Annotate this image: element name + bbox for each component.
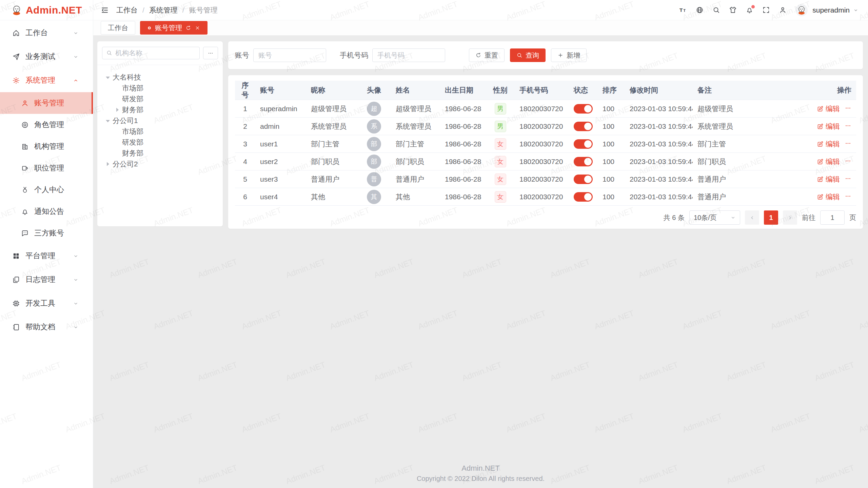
- tree-node[interactable]: 财务部: [97, 104, 223, 115]
- breadcrumb-item[interactable]: 系统管理: [149, 5, 178, 15]
- page-size-value: 10条/页: [694, 213, 717, 222]
- collapse-sidebar-icon[interactable]: [101, 6, 109, 14]
- prev-page-button[interactable]: [745, 210, 759, 225]
- status-toggle[interactable]: [574, 139, 593, 149]
- reset-button[interactable]: 重置: [469, 48, 505, 62]
- add-button[interactable]: 新增: [551, 48, 587, 62]
- status-toggle[interactable]: [574, 104, 593, 114]
- cell-phone: 18020030720: [515, 170, 569, 188]
- sidebar-item-account-mgmt[interactable]: 账号管理: [0, 92, 93, 114]
- chevron-right-icon: [787, 215, 793, 221]
- page-size-select[interactable]: 10条/页: [689, 210, 740, 225]
- sidebar-item-platform-mgmt[interactable]: 平台管理: [0, 244, 93, 268]
- tab-workbench[interactable]: 工作台: [101, 21, 135, 35]
- gender-badge: 女: [495, 156, 506, 167]
- navbar-actions: TT superadmin: [679, 4, 859, 16]
- caret-down-icon[interactable]: [105, 75, 111, 80]
- chevron-down-icon: [73, 324, 79, 330]
- tab-account-mgmt[interactable]: 账号管理: [140, 21, 208, 35]
- sidebar-item-personal-center[interactable]: 个人中心: [0, 179, 93, 201]
- sidebar-item-help-docs[interactable]: 帮助文档: [0, 315, 93, 339]
- tree-node-label: 分公司1: [113, 116, 138, 125]
- row-more-button[interactable]: [845, 158, 851, 165]
- sidebar-item-role-mgmt[interactable]: 角色管理: [0, 114, 93, 136]
- tree-node[interactable]: 财务部: [97, 148, 223, 159]
- cell-account: user2: [255, 153, 306, 170]
- caret-right-icon[interactable]: [115, 107, 120, 113]
- edit-icon: [817, 194, 824, 200]
- notification-bell-icon[interactable]: [746, 6, 753, 14]
- row-more-button[interactable]: [845, 105, 851, 113]
- search-button[interactable]: 查询: [510, 48, 546, 62]
- sidebar-item-label: 平台管理: [25, 251, 73, 261]
- language-icon[interactable]: [696, 6, 704, 14]
- edit-button[interactable]: 编辑: [817, 104, 840, 114]
- tab-close-icon[interactable]: [195, 25, 200, 31]
- edit-button[interactable]: 编辑: [817, 175, 840, 184]
- column-header: 备注: [693, 81, 805, 100]
- tree-node[interactable]: 市场部: [97, 83, 223, 94]
- theme-icon[interactable]: [729, 6, 737, 14]
- row-more-button[interactable]: [845, 122, 851, 130]
- row-more-button[interactable]: [845, 175, 851, 183]
- refresh-icon: [475, 52, 481, 58]
- chevron-down-icon[interactable]: [853, 7, 859, 13]
- breadcrumb-item[interactable]: 工作台: [116, 5, 138, 15]
- cell-nickname: 部门主管: [306, 135, 357, 153]
- sidebar-item-dev-tools[interactable]: 开发工具: [0, 291, 93, 315]
- sidebar-item-label: 个人中心: [34, 185, 84, 195]
- column-header: 手机号码: [515, 81, 569, 100]
- edit-button[interactable]: 编辑: [817, 122, 840, 131]
- cell-index: 1: [235, 100, 255, 118]
- account-input[interactable]: [253, 48, 326, 62]
- status-toggle[interactable]: [574, 175, 593, 184]
- tree-node[interactable]: 研发部: [97, 137, 223, 148]
- status-toggle[interactable]: [574, 157, 593, 166]
- sidebar-item-workbench[interactable]: 工作台: [0, 21, 93, 45]
- tab-label: 账号管理: [155, 23, 182, 33]
- row-more-button[interactable]: [845, 193, 851, 201]
- sidebar-item-position-mgmt[interactable]: 职位管理: [0, 157, 93, 179]
- tree-node[interactable]: 大名科技: [97, 72, 223, 83]
- more-icon: [208, 50, 214, 56]
- org-more-button[interactable]: [203, 47, 218, 59]
- status-toggle[interactable]: [574, 122, 593, 131]
- page-number-current[interactable]: 1: [764, 210, 778, 225]
- edit-icon: [817, 123, 824, 130]
- edit-button[interactable]: 编辑: [817, 157, 840, 166]
- phone-input[interactable]: [372, 48, 445, 62]
- sidebar-item-system-mgmt[interactable]: 系统管理: [0, 68, 93, 92]
- tree-node[interactable]: 研发部: [97, 94, 223, 104]
- tree-node[interactable]: 分公司1: [97, 115, 223, 126]
- cell-index: 4: [235, 153, 255, 170]
- caret-down-icon[interactable]: [105, 118, 111, 123]
- pagination-total: 共 6 条: [664, 213, 685, 222]
- caret-right-icon[interactable]: [105, 162, 111, 167]
- sidebar-item-notice[interactable]: 通知公告: [0, 201, 93, 222]
- tree-node[interactable]: 市场部: [97, 126, 223, 137]
- tab-refresh-icon[interactable]: [185, 25, 191, 31]
- sidebar-item-third-party-account[interactable]: 三方账号: [0, 222, 93, 244]
- font-size-icon[interactable]: TT: [679, 6, 687, 14]
- username[interactable]: superadmin: [812, 6, 850, 14]
- edit-button[interactable]: 编辑: [817, 192, 840, 202]
- tree-node[interactable]: 分公司2: [97, 159, 223, 169]
- cell-birthday: 1986-06-28: [440, 170, 486, 188]
- edit-button[interactable]: 编辑: [817, 139, 840, 149]
- sidebar-item-log-mgmt[interactable]: 日志管理: [0, 268, 93, 291]
- org-search-input[interactable]: [102, 47, 200, 59]
- status-toggle[interactable]: [574, 192, 593, 202]
- sidebar-item-business-test[interactable]: 业务测试: [0, 45, 93, 68]
- cell-name: 其他: [391, 188, 440, 206]
- row-more-button[interactable]: [845, 140, 851, 148]
- tab-bar: 工作台账号管理: [93, 20, 868, 36]
- fullscreen-icon[interactable]: [762, 6, 770, 14]
- cell-account: user3: [255, 170, 306, 188]
- goto-page-input[interactable]: [820, 210, 845, 225]
- search-icon[interactable]: [712, 6, 720, 14]
- profile-icon[interactable]: [779, 6, 787, 14]
- next-page-button[interactable]: [783, 210, 797, 225]
- column-header: 头像: [357, 81, 391, 100]
- user-avatar[interactable]: [795, 4, 808, 16]
- sidebar-item-org-mgmt[interactable]: 机构管理: [0, 136, 93, 157]
